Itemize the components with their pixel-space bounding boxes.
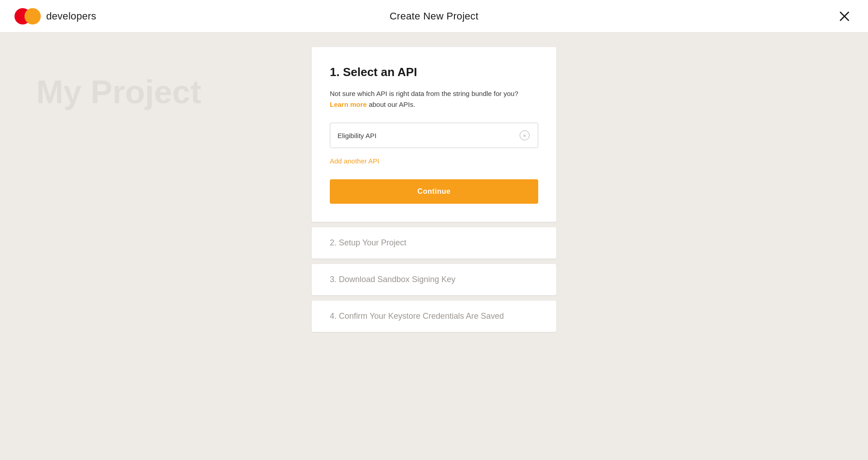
mastercard-logo (14, 8, 41, 24)
step3-card: 3. Download Sandbox Signing Key (312, 264, 556, 295)
close-button[interactable] (835, 9, 854, 24)
app-header: developers Create New Project (0, 0, 868, 33)
clear-api-button[interactable]: × (519, 129, 530, 141)
step1-description-text-before: Not sure which API is right data from th… (330, 90, 518, 97)
logo-area: developers (14, 8, 96, 24)
step4-title: 4. Confirm Your Keystore Credentials Are… (330, 311, 538, 321)
step1-card: 1. Select an API Not sure which API is r… (312, 47, 556, 222)
clear-icon: × (520, 130, 530, 140)
page-title: Create New Project (390, 10, 478, 22)
step1-description-text-after: about our APIs. (369, 101, 415, 108)
step3-title: 3. Download Sandbox Signing Key (330, 275, 538, 284)
add-api-link[interactable]: Add another API (330, 157, 379, 165)
logo-circle-orange (24, 8, 41, 24)
step2-card: 2. Setup Your Project (312, 227, 556, 259)
step1-title: 1. Select an API (330, 65, 538, 79)
continue-button[interactable]: Continue (330, 179, 538, 204)
api-selector: Eligibility API × (330, 123, 538, 148)
step2-title: 2. Setup Your Project (330, 238, 538, 248)
background-decorative-text: My Project (36, 73, 201, 110)
step1-description: Not sure which API is right data from th… (330, 88, 538, 110)
api-selected-value: Eligibility API (338, 132, 376, 139)
step4-card: 4. Confirm Your Keystore Credentials Are… (312, 301, 556, 332)
logo-text: developers (46, 10, 96, 22)
main-content: My Project 1. Select an API Not sure whi… (0, 33, 868, 364)
learn-more-link[interactable]: Learn more (330, 101, 367, 108)
